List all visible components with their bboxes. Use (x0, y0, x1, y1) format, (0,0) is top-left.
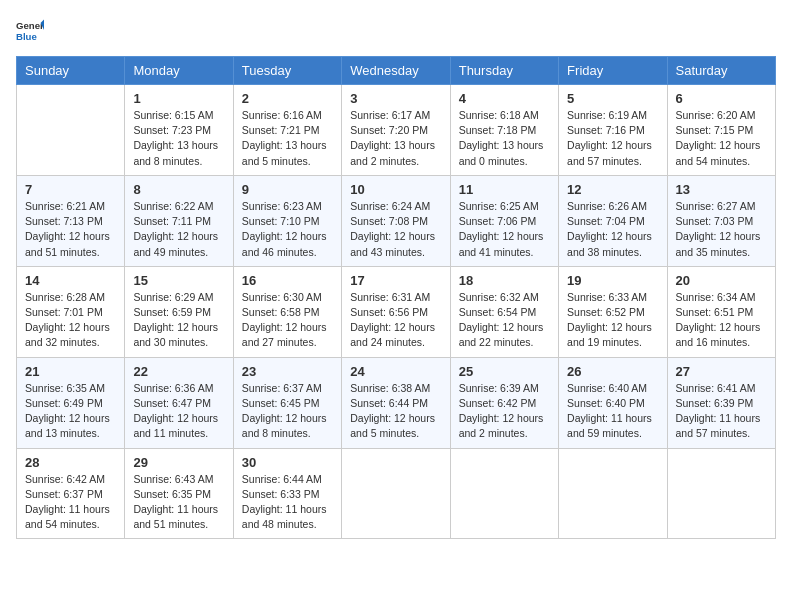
cell-info: Sunrise: 6:25 AMSunset: 7:06 PMDaylight:… (459, 199, 550, 260)
calendar-cell (667, 448, 775, 539)
cell-info: Sunrise: 6:16 AMSunset: 7:21 PMDaylight:… (242, 108, 333, 169)
date-number: 27 (676, 364, 767, 379)
calendar-cell: 8Sunrise: 6:22 AMSunset: 7:11 PMDaylight… (125, 175, 233, 266)
week-row-5: 28Sunrise: 6:42 AMSunset: 6:37 PMDayligh… (17, 448, 776, 539)
cell-info: Sunrise: 6:24 AMSunset: 7:08 PMDaylight:… (350, 199, 441, 260)
calendar-cell: 17Sunrise: 6:31 AMSunset: 6:56 PMDayligh… (342, 266, 450, 357)
calendar-cell (17, 85, 125, 176)
week-row-4: 21Sunrise: 6:35 AMSunset: 6:49 PMDayligh… (17, 357, 776, 448)
date-number: 10 (350, 182, 441, 197)
svg-text:General: General (16, 20, 44, 31)
cell-info: Sunrise: 6:41 AMSunset: 6:39 PMDaylight:… (676, 381, 767, 442)
date-number: 7 (25, 182, 116, 197)
cell-info: Sunrise: 6:42 AMSunset: 6:37 PMDaylight:… (25, 472, 116, 533)
calendar-cell: 27Sunrise: 6:41 AMSunset: 6:39 PMDayligh… (667, 357, 775, 448)
calendar-cell: 19Sunrise: 6:33 AMSunset: 6:52 PMDayligh… (559, 266, 667, 357)
calendar-cell: 18Sunrise: 6:32 AMSunset: 6:54 PMDayligh… (450, 266, 558, 357)
week-row-2: 7Sunrise: 6:21 AMSunset: 7:13 PMDaylight… (17, 175, 776, 266)
header-day-friday: Friday (559, 57, 667, 85)
cell-info: Sunrise: 6:37 AMSunset: 6:45 PMDaylight:… (242, 381, 333, 442)
cell-info: Sunrise: 6:30 AMSunset: 6:58 PMDaylight:… (242, 290, 333, 351)
date-number: 29 (133, 455, 224, 470)
date-number: 21 (25, 364, 116, 379)
date-number: 14 (25, 273, 116, 288)
date-number: 5 (567, 91, 658, 106)
cell-info: Sunrise: 6:34 AMSunset: 6:51 PMDaylight:… (676, 290, 767, 351)
calendar-cell: 10Sunrise: 6:24 AMSunset: 7:08 PMDayligh… (342, 175, 450, 266)
date-number: 16 (242, 273, 333, 288)
calendar-cell: 21Sunrise: 6:35 AMSunset: 6:49 PMDayligh… (17, 357, 125, 448)
calendar-table: SundayMondayTuesdayWednesdayThursdayFrid… (16, 56, 776, 539)
calendar-cell: 20Sunrise: 6:34 AMSunset: 6:51 PMDayligh… (667, 266, 775, 357)
date-number: 18 (459, 273, 550, 288)
cell-info: Sunrise: 6:18 AMSunset: 7:18 PMDaylight:… (459, 108, 550, 169)
date-number: 4 (459, 91, 550, 106)
date-number: 28 (25, 455, 116, 470)
cell-info: Sunrise: 6:19 AMSunset: 7:16 PMDaylight:… (567, 108, 658, 169)
cell-info: Sunrise: 6:33 AMSunset: 6:52 PMDaylight:… (567, 290, 658, 351)
calendar-cell: 7Sunrise: 6:21 AMSunset: 7:13 PMDaylight… (17, 175, 125, 266)
cell-info: Sunrise: 6:17 AMSunset: 7:20 PMDaylight:… (350, 108, 441, 169)
date-number: 1 (133, 91, 224, 106)
date-number: 15 (133, 273, 224, 288)
week-row-1: 1Sunrise: 6:15 AMSunset: 7:23 PMDaylight… (17, 85, 776, 176)
calendar-cell: 14Sunrise: 6:28 AMSunset: 7:01 PMDayligh… (17, 266, 125, 357)
cell-info: Sunrise: 6:20 AMSunset: 7:15 PMDaylight:… (676, 108, 767, 169)
date-number: 8 (133, 182, 224, 197)
calendar-cell: 25Sunrise: 6:39 AMSunset: 6:42 PMDayligh… (450, 357, 558, 448)
cell-info: Sunrise: 6:36 AMSunset: 6:47 PMDaylight:… (133, 381, 224, 442)
calendar-cell: 9Sunrise: 6:23 AMSunset: 7:10 PMDaylight… (233, 175, 341, 266)
date-number: 9 (242, 182, 333, 197)
date-number: 30 (242, 455, 333, 470)
calendar-cell: 13Sunrise: 6:27 AMSunset: 7:03 PMDayligh… (667, 175, 775, 266)
header-day-saturday: Saturday (667, 57, 775, 85)
cell-info: Sunrise: 6:15 AMSunset: 7:23 PMDaylight:… (133, 108, 224, 169)
logo-icon: General Blue (16, 16, 44, 44)
header-row: SundayMondayTuesdayWednesdayThursdayFrid… (17, 57, 776, 85)
cell-info: Sunrise: 6:35 AMSunset: 6:49 PMDaylight:… (25, 381, 116, 442)
svg-text:Blue: Blue (16, 31, 37, 42)
logo: General Blue (16, 16, 44, 44)
header-day-monday: Monday (125, 57, 233, 85)
header-day-thursday: Thursday (450, 57, 558, 85)
cell-info: Sunrise: 6:32 AMSunset: 6:54 PMDaylight:… (459, 290, 550, 351)
date-number: 3 (350, 91, 441, 106)
calendar-cell: 24Sunrise: 6:38 AMSunset: 6:44 PMDayligh… (342, 357, 450, 448)
calendar-cell (559, 448, 667, 539)
date-number: 26 (567, 364, 658, 379)
calendar-cell: 15Sunrise: 6:29 AMSunset: 6:59 PMDayligh… (125, 266, 233, 357)
date-number: 6 (676, 91, 767, 106)
cell-info: Sunrise: 6:26 AMSunset: 7:04 PMDaylight:… (567, 199, 658, 260)
cell-info: Sunrise: 6:40 AMSunset: 6:40 PMDaylight:… (567, 381, 658, 442)
cell-info: Sunrise: 6:22 AMSunset: 7:11 PMDaylight:… (133, 199, 224, 260)
calendar-cell: 2Sunrise: 6:16 AMSunset: 7:21 PMDaylight… (233, 85, 341, 176)
cell-info: Sunrise: 6:43 AMSunset: 6:35 PMDaylight:… (133, 472, 224, 533)
cell-info: Sunrise: 6:23 AMSunset: 7:10 PMDaylight:… (242, 199, 333, 260)
calendar-cell: 29Sunrise: 6:43 AMSunset: 6:35 PMDayligh… (125, 448, 233, 539)
calendar-cell: 4Sunrise: 6:18 AMSunset: 7:18 PMDaylight… (450, 85, 558, 176)
cell-info: Sunrise: 6:21 AMSunset: 7:13 PMDaylight:… (25, 199, 116, 260)
cell-info: Sunrise: 6:28 AMSunset: 7:01 PMDaylight:… (25, 290, 116, 351)
header-day-tuesday: Tuesday (233, 57, 341, 85)
calendar-cell: 12Sunrise: 6:26 AMSunset: 7:04 PMDayligh… (559, 175, 667, 266)
calendar-cell: 26Sunrise: 6:40 AMSunset: 6:40 PMDayligh… (559, 357, 667, 448)
week-row-3: 14Sunrise: 6:28 AMSunset: 7:01 PMDayligh… (17, 266, 776, 357)
date-number: 23 (242, 364, 333, 379)
date-number: 19 (567, 273, 658, 288)
date-number: 17 (350, 273, 441, 288)
date-number: 24 (350, 364, 441, 379)
calendar-cell (450, 448, 558, 539)
date-number: 12 (567, 182, 658, 197)
calendar-cell: 6Sunrise: 6:20 AMSunset: 7:15 PMDaylight… (667, 85, 775, 176)
cell-info: Sunrise: 6:39 AMSunset: 6:42 PMDaylight:… (459, 381, 550, 442)
header-day-wednesday: Wednesday (342, 57, 450, 85)
date-number: 2 (242, 91, 333, 106)
cell-info: Sunrise: 6:31 AMSunset: 6:56 PMDaylight:… (350, 290, 441, 351)
calendar-cell: 28Sunrise: 6:42 AMSunset: 6:37 PMDayligh… (17, 448, 125, 539)
date-number: 22 (133, 364, 224, 379)
calendar-cell: 5Sunrise: 6:19 AMSunset: 7:16 PMDaylight… (559, 85, 667, 176)
date-number: 20 (676, 273, 767, 288)
page-header: General Blue (16, 16, 776, 44)
calendar-cell: 16Sunrise: 6:30 AMSunset: 6:58 PMDayligh… (233, 266, 341, 357)
calendar-cell: 1Sunrise: 6:15 AMSunset: 7:23 PMDaylight… (125, 85, 233, 176)
